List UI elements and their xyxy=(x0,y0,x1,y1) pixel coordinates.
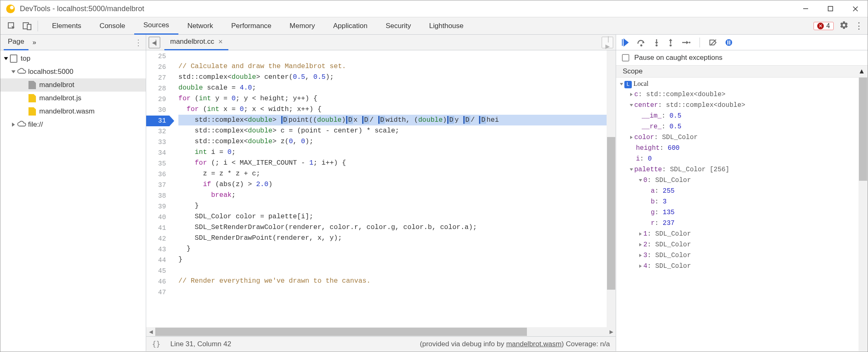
file-tab-mandelbrot-cc[interactable]: mandelbrot.cc× xyxy=(164,35,228,50)
navigator-tab-overflow[interactable]: » xyxy=(33,39,36,46)
pause-caught-checkbox[interactable] xyxy=(622,54,629,61)
expand-icon xyxy=(4,57,8,60)
svg-rect-15 xyxy=(726,39,732,46)
scope-var-b[interactable]: b: 3 xyxy=(616,196,868,207)
debug-info-source: (provided via debug info by mandelbrot.w… xyxy=(420,340,610,348)
scope-var-palette-4[interactable]: 4: SDL_Color xyxy=(616,261,868,272)
editor-status-bar: {} Line 31, Column 42 (provided via debu… xyxy=(146,336,616,351)
scope-tree[interactable]: LLocal c: std::complex<double> center: s… xyxy=(616,78,868,351)
tab-memory[interactable]: Memory xyxy=(280,17,324,35)
step-over-button[interactable] xyxy=(637,38,646,47)
tree-label: mandelbrot xyxy=(39,81,74,89)
svg-rect-16 xyxy=(728,40,729,45)
tree-item-file[interactable]: file:// xyxy=(0,118,146,131)
error-icon: ✕ xyxy=(817,23,824,29)
history-forward-icon[interactable]: |▶ xyxy=(602,37,613,48)
scope-var-palette-1[interactable]: 1: SDL_Color xyxy=(616,229,868,239)
scroll-right-icon[interactable]: ▶ xyxy=(607,327,616,336)
step-button[interactable] xyxy=(681,39,690,46)
window-title-bar: DevTools - localhost:5000/mandelbrot xyxy=(0,0,868,17)
cursor-position: Line 31, Column 42 xyxy=(170,340,231,348)
navigator-tab-page[interactable]: Page xyxy=(4,35,28,50)
navigator-more-icon[interactable]: ⋮ xyxy=(134,38,142,47)
scope-var-a[interactable]: a: 255 xyxy=(616,186,868,196)
kebab-menu-icon[interactable]: ⋮ xyxy=(854,21,863,31)
devtools-toolbar: Elements Console Sources Network Perform… xyxy=(0,17,868,35)
debugger-toolbar xyxy=(616,35,868,50)
svg-point-13 xyxy=(689,42,690,43)
separator xyxy=(38,21,38,31)
tab-elements[interactable]: Elements xyxy=(43,17,90,35)
minimize-button[interactable] xyxy=(793,0,818,17)
document-icon xyxy=(28,81,36,89)
tree-item-host[interactable]: localhost:5000 xyxy=(0,65,146,78)
step-out-button[interactable] xyxy=(667,38,674,47)
tree-label: mandelbrot.wasm xyxy=(39,107,95,116)
maximize-button[interactable] xyxy=(818,0,843,17)
debugger-panel: Pause on caught exceptions Scope ▲ LLoca… xyxy=(616,35,868,351)
scope-var-r[interactable]: r: 237 xyxy=(616,218,868,229)
scroll-left-icon[interactable]: ◀ xyxy=(146,327,155,336)
svg-point-11 xyxy=(670,44,672,46)
tab-performance[interactable]: Performance xyxy=(222,17,280,35)
navigator-panel: Page » ⋮ top localhost:5000 mandelbrot m… xyxy=(0,35,146,351)
svg-point-9 xyxy=(656,44,658,46)
scope-var-i[interactable]: i: 0 xyxy=(616,154,868,164)
tab-lighthouse[interactable]: Lighthouse xyxy=(420,17,472,35)
step-into-button[interactable] xyxy=(653,38,660,47)
scope-var-c[interactable]: c: std::complex<double> xyxy=(616,89,868,100)
scope-var-palette[interactable]: palette: SDL_Color [256] xyxy=(616,164,868,175)
inspect-element-icon[interactable] xyxy=(4,17,19,35)
cloud-icon xyxy=(17,120,25,129)
tab-console[interactable]: Console xyxy=(90,17,134,35)
expand-icon xyxy=(12,123,15,127)
scope-var-re[interactable]: __re_: 0.5 xyxy=(616,121,868,132)
line-number-gutter[interactable]: 25 26 27 28 29 30 31 32 33 34 35 36 37 3… xyxy=(146,50,169,327)
svg-rect-17 xyxy=(729,40,730,45)
file-tab-label: mandelbrot.cc xyxy=(170,38,214,46)
device-toolbar-icon[interactable] xyxy=(19,17,35,35)
resume-button[interactable] xyxy=(621,38,629,47)
scope-local-label: Local xyxy=(633,80,648,87)
tab-security[interactable]: Security xyxy=(377,17,420,35)
tab-application[interactable]: Application xyxy=(324,17,377,35)
debug-info-link[interactable]: mandelbrot.wasm xyxy=(506,340,562,348)
tab-network[interactable]: Network xyxy=(178,17,222,35)
scope-var-palette-3[interactable]: 3: SDL_Color xyxy=(616,250,868,261)
scope-header-label: Scope xyxy=(623,67,643,76)
settings-icon[interactable] xyxy=(840,21,849,31)
scope-var-height[interactable]: height: 600 xyxy=(616,143,868,154)
scope-var-g[interactable]: g: 135 xyxy=(616,207,868,218)
svg-line-14 xyxy=(710,40,716,45)
vertical-scrollbar[interactable] xyxy=(607,50,616,327)
scope-section-header[interactable]: Scope ▲ xyxy=(616,65,868,78)
tree-item-mandelbrot-js[interactable]: mandelbrot.js xyxy=(0,92,146,105)
deactivate-breakpoints-button[interactable] xyxy=(709,38,717,47)
error-counter[interactable]: ✕4 xyxy=(813,22,834,30)
scope-var-palette-0[interactable]: 0: SDL_Color xyxy=(616,175,868,186)
close-tab-icon[interactable]: × xyxy=(218,38,223,46)
scope-scrollbar[interactable] xyxy=(859,78,868,351)
tree-item-mandelbrot[interactable]: mandelbrot xyxy=(0,78,146,92)
tree-item-top[interactable]: top xyxy=(0,52,146,65)
pretty-print-icon[interactable]: {} xyxy=(152,340,160,348)
script-icon xyxy=(28,94,36,102)
horizontal-scrollbar[interactable]: ◀ ▶ xyxy=(146,327,616,336)
history-back-icon[interactable]: ◀| xyxy=(149,37,160,48)
code-editor[interactable]: 25 26 27 28 29 30 31 32 33 34 35 36 37 3… xyxy=(146,50,616,327)
close-button[interactable] xyxy=(843,0,868,17)
execution-line-marker: 31 xyxy=(146,116,169,126)
scope-var-im[interactable]: __im_: 0.5 xyxy=(616,111,868,121)
tree-item-mandelbrot-wasm[interactable]: mandelbrot.wasm xyxy=(0,105,146,118)
pause-on-caught-row[interactable]: Pause on caught exceptions xyxy=(616,50,868,65)
tab-sources[interactable]: Sources xyxy=(134,17,178,35)
pause-exceptions-button[interactable] xyxy=(725,38,733,47)
scroll-up-icon[interactable]: ▲ xyxy=(858,67,865,76)
scope-var-color[interactable]: color: SDL_Color xyxy=(616,132,868,143)
scope-var-center[interactable]: center: std::complex<double> xyxy=(616,100,868,111)
script-icon xyxy=(28,107,36,116)
scope-var-palette-2[interactable]: 2: SDL_Color xyxy=(616,239,868,250)
code-content[interactable]: // Calculate and draw the Mandelbrot set… xyxy=(169,50,616,327)
cloud-icon xyxy=(17,68,25,76)
panel-tabs: Elements Console Sources Network Perform… xyxy=(43,17,473,35)
